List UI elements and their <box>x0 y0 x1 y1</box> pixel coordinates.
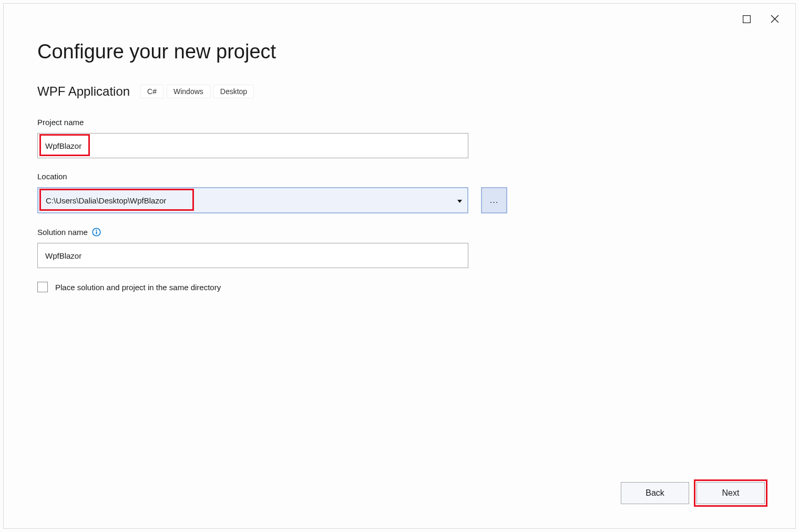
location-label: Location <box>37 172 762 181</box>
location-input[interactable] <box>37 187 468 213</box>
solution-name-input[interactable] <box>37 243 468 268</box>
solution-name-label-text: Solution name <box>37 228 88 237</box>
location-group: Location ... <box>37 172 762 213</box>
page-title: Configure your new project <box>37 40 762 63</box>
same-directory-row: Place solution and project in the same d… <box>37 282 762 292</box>
tag-csharp: C# <box>140 85 163 98</box>
project-name-input[interactable] <box>37 133 468 158</box>
solution-name-label: Solution name <box>37 227 762 237</box>
project-name-label: Project name <box>37 118 762 127</box>
tag-windows: Windows <box>167 85 210 98</box>
svg-rect-0 <box>743 15 750 23</box>
template-tags: C# Windows Desktop <box>140 85 254 98</box>
dialog-window: Configure your new project WPF Applicati… <box>3 3 796 529</box>
content-area: Configure your new project WPF Applicati… <box>4 4 795 292</box>
same-directory-checkbox[interactable] <box>37 282 48 292</box>
template-row: WPF Application C# Windows Desktop <box>37 84 762 99</box>
info-icon[interactable] <box>92 227 101 237</box>
maximize-icon[interactable] <box>741 13 752 25</box>
solution-name-group: Solution name <box>37 227 762 268</box>
project-name-group: Project name <box>37 118 762 158</box>
next-button[interactable]: Next <box>696 482 765 504</box>
same-directory-label: Place solution and project in the same d… <box>55 283 221 292</box>
footer: Back Next <box>621 482 765 504</box>
svg-rect-6 <box>96 231 97 234</box>
tag-desktop: Desktop <box>213 85 254 98</box>
titlebar <box>726 4 795 34</box>
template-name: WPF Application <box>37 84 130 99</box>
svg-point-5 <box>96 229 97 230</box>
back-button[interactable]: Back <box>621 482 689 504</box>
close-icon[interactable] <box>769 13 781 25</box>
browse-button[interactable]: ... <box>481 187 507 213</box>
